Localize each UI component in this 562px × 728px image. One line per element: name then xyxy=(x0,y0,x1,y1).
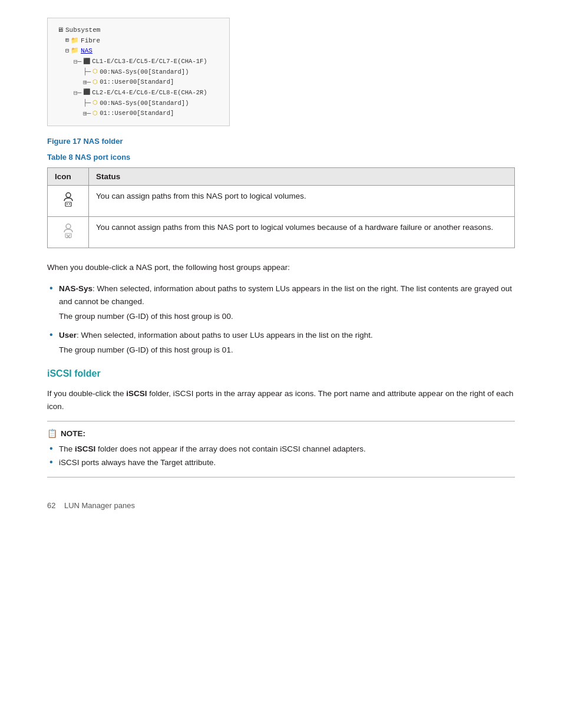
svg-point-0 xyxy=(66,193,71,197)
nas-port-intro: When you double-click a NAS port, the fo… xyxy=(47,261,515,274)
note-item-1: The iSCSI folder does not appear if the … xyxy=(47,443,515,456)
page-number: 62 xyxy=(47,501,55,510)
user-desc: : When selected, information about paths… xyxy=(77,331,373,340)
row-2-status: You cannot assign paths from this NAS po… xyxy=(89,217,515,248)
note-item-2: iSCSI ports always have the Target attri… xyxy=(47,456,515,470)
iscsi-section-heading: iSCSI folder xyxy=(47,368,515,379)
svg-point-2 xyxy=(67,203,68,205)
nas-port-active-icon xyxy=(60,192,77,210)
nas-port-inactive-icon xyxy=(60,223,77,242)
cl1-entry: CL1-E/CL3-E/CL5-E/CL7-E(CHA-1F) xyxy=(92,57,207,67)
user-term: User xyxy=(59,331,77,340)
svg-point-3 xyxy=(69,203,70,205)
user-bullet: User: When selected, information about p… xyxy=(47,329,515,357)
nas-sys-desc: : When selected, information about paths… xyxy=(59,284,512,306)
iscsi-description: If you double-click the iSCSI folder, iS… xyxy=(47,387,515,413)
note-icon: 📋 xyxy=(47,429,57,438)
section-name: LUN Manager panes xyxy=(64,501,135,510)
note-list: The iSCSI folder does not appear if the … xyxy=(47,443,515,470)
row-1-status: You can assign paths from this NAS port … xyxy=(89,186,515,217)
nas-sys-00-2: 00:NAS-Sys(00[Standard]) xyxy=(100,98,189,108)
iscsi-bold: iSCSI xyxy=(126,389,147,398)
note-title: NOTE: xyxy=(61,429,85,438)
figure-caption: Figure 17 NAS folder xyxy=(47,137,515,146)
footer: 62 LUN Manager panes xyxy=(47,501,515,510)
user-00-2: 01::User00[Standard] xyxy=(100,108,174,118)
user-gid: The group number (G-ID) of this host gro… xyxy=(59,344,515,357)
svg-rect-1 xyxy=(65,202,71,206)
table-8-caption: Table 8 NAS port icons xyxy=(47,153,515,162)
figure-17: 🖥 Subsystem ⊞ 📁 Fibre ⊟ 📁 NAS ⊟─ ⬛ CL1-E… xyxy=(47,18,515,146)
table-row: You cannot assign paths from this NAS po… xyxy=(48,217,515,248)
nas-label: NAS xyxy=(81,46,92,57)
status-header: Status xyxy=(89,168,515,186)
svg-point-4 xyxy=(66,224,71,229)
nas-sys-term: NAS-Sys xyxy=(59,284,92,293)
note-box: 📋 NOTE: The iSCSI folder does not appear… xyxy=(47,421,515,477)
nas-sys-gid: The group number (G-ID) of this host gro… xyxy=(59,310,515,323)
table-row: You can assign paths from this NAS port … xyxy=(48,186,515,217)
subsystem-label: Subsystem xyxy=(65,25,100,36)
iscsi-note-bold-1: iSCSI xyxy=(75,444,95,453)
subsystem-icon: 🖥 xyxy=(57,25,64,36)
nas-port-icons-table: Icon Status You can assign paths from th xyxy=(47,167,515,248)
user-00: 01::User00[Standard] xyxy=(100,77,174,87)
nas-sys-00: 00:NAS-Sys(00[Standard]) xyxy=(100,67,189,77)
note-header: 📋 NOTE: xyxy=(47,429,515,438)
fibre-label: Fibre xyxy=(81,36,100,47)
host-groups-list: NAS-Sys: When selected, information abou… xyxy=(47,282,515,357)
nas-sys-bullet: NAS-Sys: When selected, information abou… xyxy=(47,282,515,323)
icon-header: Icon xyxy=(48,168,89,186)
figure-tree: 🖥 Subsystem ⊞ 📁 Fibre ⊟ 📁 NAS ⊟─ ⬛ CL1-E… xyxy=(47,18,230,126)
cl2-entry: CL2-E/CL4-E/CL6-E/CL8-E(CHA-2R) xyxy=(92,88,207,98)
